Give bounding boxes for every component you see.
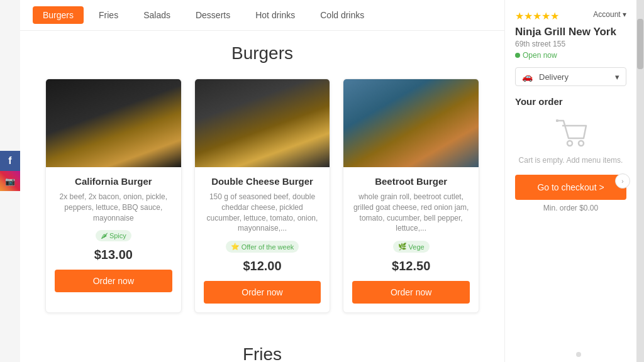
california-burger-name: California Burger [55,176,172,187]
california-burger-order-button[interactable]: Order now [55,270,172,292]
california-burger-price: $13.00 [55,248,172,262]
svg-rect-0 [556,119,558,122]
double-cheese-burger-price: $12.00 [204,259,321,273]
double-cheese-burger-name: Double Cheese Burger [204,176,321,187]
spicy-icon: 🌶 [101,232,108,239]
bottom-dot-indicator [576,352,581,357]
delivery-label: Delivery [539,72,611,82]
double-cheese-burger-badge: ⭐ Offer of the week [226,241,299,253]
nav-tabs: Burgers Fries Salads Desserts Hot drinks… [20,0,504,31]
min-order-text: Min. order $0.00 [515,204,626,212]
beetroot-burger-desc: whole grain roll, beetroot cutlet, grill… [352,192,470,234]
beetroot-burger-price: $12.50 [352,259,470,273]
california-burger-desc: 2x beef, 2x bacon, onion, pickle, pepper… [55,192,172,223]
cart-empty-text: Cart is empty. Add menu items. [515,156,626,165]
beetroot-burger-body: Beetroot Burger whole grain roll, beetro… [343,167,479,312]
california-burger-badge: 🌶 Spicy [96,230,131,241]
tab-cold-drinks[interactable]: Cold drinks [310,6,374,24]
scrollbar[interactable] [636,0,644,362]
instagram-icon: 📷 [5,177,15,186]
double-cheese-burger-image [195,79,330,167]
checkout-button[interactable]: Go to checkout > [515,175,626,200]
account-chevron-icon: ▾ [623,10,626,19]
offer-icon: ⭐ [231,243,240,251]
double-cheese-burger-order-button[interactable]: Order now [204,281,321,304]
vege-label: Vege [409,243,425,251]
right-arrow-button[interactable]: › [615,173,630,189]
delivery-dropdown[interactable]: 🚗 Delivery ▾ [515,67,626,86]
svg-point-2 [579,141,584,146]
offer-label: Offer of the week [242,243,294,251]
content-area: Burgers Fries Salads Desserts Hot drinks… [20,0,504,362]
tab-hot-drinks[interactable]: Hot drinks [245,6,305,24]
social-bar: f 📷 [0,151,20,191]
tab-fries[interactable]: Fries [89,6,128,24]
stars-rating: ★★★★★ [515,10,559,22]
account-link[interactable]: Account ▾ [593,10,626,19]
delivery-chevron-icon: ▾ [615,72,619,82]
fries-section: Fries [20,332,504,362]
beetroot-burger-image [343,79,479,167]
cart-icon [551,117,591,150]
open-status: Open now [515,51,626,60]
facebook-button[interactable]: f [0,151,20,171]
double-cheese-burger-body: Double Cheese Burger 150 g of seasoned b… [195,167,330,312]
vege-icon: 🌿 [398,243,407,251]
facebook-icon: f [8,155,11,167]
instagram-button[interactable]: 📷 [0,171,20,191]
california-burger-image [46,79,181,167]
card-california-burger: California Burger 2x beef, 2x bacon, oni… [45,79,182,313]
fries-title: Fries [45,344,479,362]
cart-icon-container [515,117,626,150]
double-cheese-burger-desc: 150 g of seasoned beef, double cheddar c… [204,192,321,234]
your-order-title: Your order [515,96,626,107]
burgers-grid: California Burger 2x beef, 2x bacon, oni… [45,79,479,313]
burgers-section: Burgers California Burger 2x beef, 2x ba… [20,31,504,332]
tab-desserts[interactable]: Desserts [186,6,240,24]
california-burger-body: California Burger 2x beef, 2x bacon, oni… [46,167,181,301]
beetroot-burger-badge: 🌿 Vege [393,241,430,253]
delivery-car-icon: 🚗 [522,72,533,82]
burgers-title: Burgers [45,43,479,63]
open-dot-icon [515,53,520,58]
restaurant-address: 69th street 155 [515,40,626,48]
tab-burgers[interactable]: Burgers [33,6,84,24]
spicy-label: Spicy [109,232,126,239]
tab-salads[interactable]: Salads [133,6,180,24]
card-double-cheese-burger: Double Cheese Burger 150 g of seasoned b… [194,79,331,313]
scrollbar-thumb[interactable] [637,19,643,69]
beetroot-burger-order-button[interactable]: Order now [352,281,470,304]
svg-point-1 [567,141,572,146]
beetroot-burger-name: Beetroot Burger [352,176,470,187]
card-beetroot-burger: Beetroot Burger whole grain roll, beetro… [343,79,479,313]
main-container: Burgers Fries Salads Desserts Hot drinks… [20,0,636,362]
restaurant-name: Ninja Grill New York [515,26,626,38]
